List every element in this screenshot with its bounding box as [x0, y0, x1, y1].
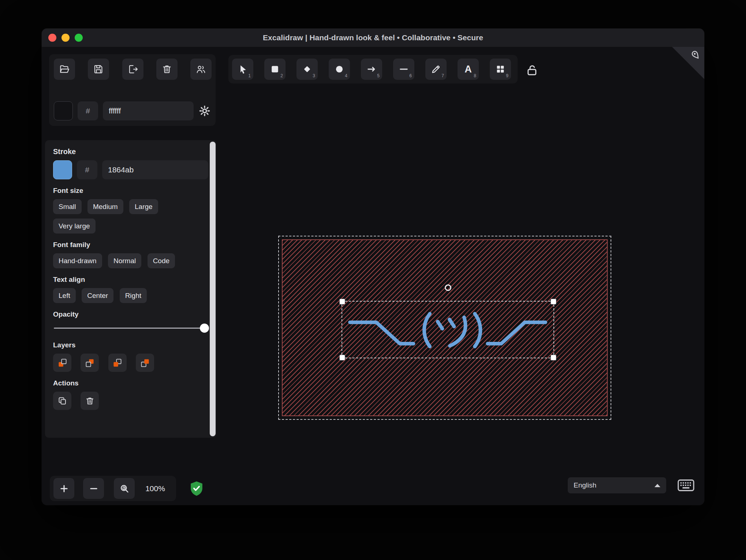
title-bar: Excalidraw | Hand-drawn look & feel • Co…: [42, 29, 704, 47]
bring-to-front-button[interactable]: [136, 354, 154, 372]
font-size-small[interactable]: Small: [53, 199, 82, 214]
canvas-background-swatch[interactable]: [54, 101, 73, 120]
gear-icon: [198, 105, 211, 117]
bring-forward-button[interactable]: [108, 354, 127, 372]
tool-selection[interactable]: 1: [232, 59, 253, 80]
tool-shortcut: 4: [345, 73, 347, 78]
layers-label: Layers: [53, 341, 208, 349]
shrug-text[interactable]: [342, 302, 553, 358]
font-family-label: Font family: [53, 241, 208, 249]
magnifier-icon: [119, 484, 130, 494]
stroke-color-swatch[interactable]: [53, 160, 72, 179]
layers-buttons: [53, 354, 208, 372]
font-family-normal[interactable]: Normal: [108, 253, 141, 268]
font-size-medium[interactable]: Medium: [87, 199, 123, 214]
stroke-label: Stroke: [53, 148, 208, 156]
keyboard-icon: [678, 479, 694, 492]
tool-shortcut: 6: [409, 73, 412, 78]
delete-button[interactable]: [81, 392, 99, 410]
collaboration-button[interactable]: [190, 59, 212, 80]
tool-ellipse[interactable]: 4: [329, 59, 350, 80]
font-family-hand-drawn[interactable]: Hand-drawn: [53, 253, 102, 268]
tool-line[interactable]: 6: [393, 59, 414, 80]
tool-shortcut: 5: [377, 73, 380, 78]
open-button[interactable]: [54, 59, 75, 80]
rectangle-icon: [270, 64, 280, 74]
font-size-large[interactable]: Large: [129, 199, 158, 214]
line-icon: [399, 64, 409, 74]
font-family-options: Hand-drawn Normal Code: [53, 253, 208, 273]
tool-rectangle[interactable]: 2: [264, 59, 286, 80]
text-tool-icon: A: [465, 64, 472, 74]
collaborators-icon: [195, 64, 206, 75]
tool-draw[interactable]: 7: [425, 59, 447, 80]
send-to-back-button[interactable]: [53, 354, 71, 372]
text-align-options: Left Center Right: [53, 288, 208, 307]
rotate-handle[interactable]: [445, 284, 451, 291]
text-align-left[interactable]: Left: [53, 288, 76, 303]
language-value: English: [574, 481, 596, 489]
pencil-icon: [431, 64, 441, 74]
language-select[interactable]: English: [568, 477, 666, 493]
chevron-up-icon: [654, 484, 660, 487]
reset-canvas-button[interactable]: [156, 59, 178, 80]
stroke-hash: #: [77, 160, 97, 179]
zoom-out-button[interactable]: [83, 478, 104, 499]
tool-text[interactable]: A 8: [458, 59, 479, 80]
export-icon: [127, 64, 138, 75]
text-align-right[interactable]: Right: [120, 288, 147, 303]
export-button[interactable]: [122, 59, 143, 80]
tool-shortcut: 8: [474, 73, 476, 78]
tool-shortcut: 9: [506, 73, 508, 78]
duplicate-icon: [57, 396, 67, 406]
lock-tool-button[interactable]: [526, 64, 539, 78]
keyboard-shortcuts-button[interactable]: [678, 479, 694, 493]
unlock-icon: [526, 64, 539, 77]
canvas-background-hash: #: [78, 101, 98, 120]
excalidraw-window: Excalidraw | Hand-drawn look & feel • Co…: [42, 29, 704, 505]
shield-check-icon: [190, 480, 204, 497]
save-button[interactable]: [88, 59, 109, 80]
panel-scrollbar[interactable]: [210, 142, 216, 436]
ellipse-icon: [334, 64, 344, 74]
encryption-button[interactable]: [190, 480, 204, 498]
font-family-code[interactable]: Code: [148, 253, 175, 268]
folder-open-icon: [59, 64, 70, 75]
font-size-very-large[interactable]: Very large: [53, 219, 96, 234]
tool-diamond[interactable]: 3: [296, 59, 318, 80]
bring-forward-icon: [112, 358, 122, 368]
zoom-in-button[interactable]: [53, 478, 74, 499]
arrow-icon: [366, 64, 377, 74]
text-selection-box[interactable]: [342, 301, 554, 358]
tool-arrow[interactable]: 5: [361, 59, 382, 80]
send-to-back-icon: [57, 358, 67, 368]
minus-icon: [89, 484, 99, 494]
text-align-label: Text align: [53, 276, 208, 284]
window-title: Excalidraw | Hand-drawn look & feel • Co…: [263, 33, 483, 42]
reset-zoom-button[interactable]: [114, 478, 135, 499]
stroke-color-row: #: [53, 160, 208, 179]
tool-shortcut: 3: [313, 73, 315, 78]
minimize-window-button[interactable]: [61, 34, 70, 42]
settings-button[interactable]: [198, 105, 211, 117]
tool-shapes[interactable]: 9: [490, 59, 511, 80]
text-align-center[interactable]: Center: [82, 288, 113, 303]
tool-shortcut: 7: [441, 73, 444, 78]
zoom-toolbar: 100%: [50, 476, 176, 501]
tool-shortcut: 2: [280, 73, 283, 78]
send-backward-button[interactable]: [81, 354, 99, 372]
tools-toolbar: 1 2 3 4 5: [228, 55, 518, 83]
zoom-window-button[interactable]: [75, 34, 83, 42]
font-size-label: Font size: [53, 187, 208, 195]
cursor-icon: [238, 64, 248, 74]
opacity-thumb[interactable]: [200, 324, 209, 333]
duplicate-button[interactable]: [53, 392, 71, 410]
close-window-button[interactable]: [48, 34, 56, 42]
canvas-background-input[interactable]: [103, 101, 194, 120]
stroke-color-input[interactable]: [102, 160, 208, 179]
zoom-level[interactable]: 100%: [137, 476, 174, 501]
trash-icon: [85, 396, 95, 406]
save-icon: [93, 64, 104, 75]
tool-shortcut: 1: [248, 73, 251, 78]
opacity-slider[interactable]: [53, 323, 208, 334]
